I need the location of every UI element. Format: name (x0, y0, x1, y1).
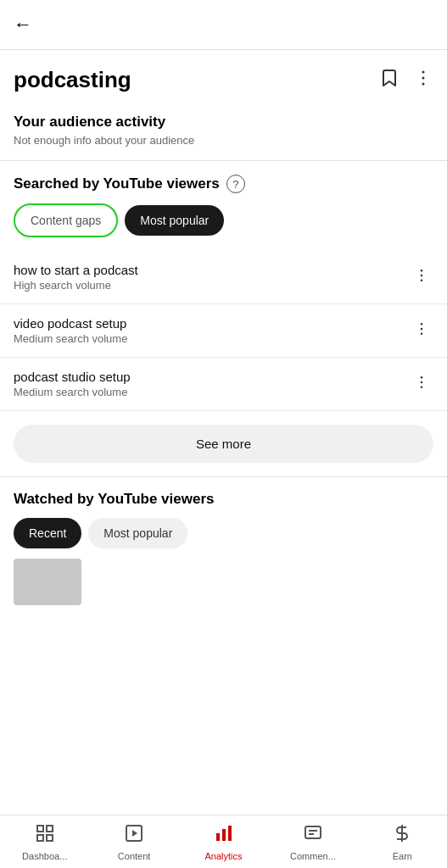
nav-dashboard-label: Dashboa... (22, 851, 67, 861)
search-item-title-3: podcast studio setup (14, 370, 131, 384)
search-item-subtitle-1: High search volume (14, 279, 138, 292)
bookmark-icon[interactable] (379, 68, 400, 92)
play-icon (124, 823, 144, 849)
bottom-nav: Dashboa... Content Analytics Commen... (0, 815, 447, 868)
svg-rect-18 (216, 833, 220, 841)
search-item: how to start a podcast High search volum… (0, 251, 447, 304)
tab-content-gaps[interactable]: Content gaps (14, 203, 118, 237)
item-more-icon-2[interactable] (410, 317, 433, 345)
search-items-list: how to start a podcast High search volum… (0, 251, 447, 411)
page-title-row: podcasting (0, 50, 447, 100)
nav-earn[interactable]: Earn (358, 818, 447, 866)
nav-earn-label: Earn (393, 851, 412, 861)
svg-point-0 (422, 71, 425, 74)
svg-point-2 (422, 83, 425, 86)
svg-point-8 (421, 332, 423, 335)
grid-icon (35, 823, 55, 849)
nav-analytics-label: Analytics (205, 851, 243, 861)
svg-rect-19 (222, 829, 226, 841)
searched-title: Searched by YouTube viewers (14, 175, 220, 192)
svg-rect-13 (47, 826, 53, 832)
svg-point-6 (421, 322, 423, 325)
search-item-title-2: video podcast setup (14, 316, 127, 331)
svg-point-3 (421, 269, 423, 271)
more-vertical-icon[interactable] (413, 68, 433, 92)
searched-header: Searched by YouTube viewers ? (0, 161, 447, 203)
search-item: video podcast setup Medium search volume (0, 304, 447, 358)
search-item-subtitle-2: Medium search volume (14, 332, 127, 345)
search-item-subtitle-3: Medium search volume (14, 386, 131, 398)
nav-content[interactable]: Content (89, 818, 178, 866)
bar-chart-icon (214, 823, 234, 849)
title-icons (379, 68, 433, 92)
nav-dashboard[interactable]: Dashboa... (0, 818, 89, 866)
svg-point-11 (421, 386, 423, 388)
comment-icon (303, 823, 323, 849)
search-item-title-1: how to start a podcast (14, 263, 138, 277)
thumbnail-image (14, 559, 81, 605)
audience-title: Your audience activity (14, 114, 433, 131)
item-more-icon-1[interactable] (410, 264, 433, 292)
svg-rect-14 (37, 835, 43, 841)
nav-content-label: Content (118, 851, 151, 861)
svg-point-10 (421, 381, 423, 383)
audience-section: Your audience activity Not enough info a… (0, 100, 447, 160)
back-button[interactable]: ← (14, 10, 39, 39)
svg-rect-20 (228, 826, 232, 841)
nav-comments-label: Commen... (290, 851, 336, 861)
page-title: podcasting (14, 67, 131, 93)
dollar-icon (392, 823, 412, 849)
tabs-row: Content gaps Most popular (0, 203, 447, 251)
tab-most-popular[interactable]: Most popular (125, 205, 224, 236)
item-more-icon-3[interactable] (410, 370, 433, 398)
see-more-button[interactable]: See more (14, 425, 433, 463)
tab-recent[interactable]: Recent (14, 518, 81, 548)
svg-point-5 (421, 279, 423, 281)
search-item: podcast studio setup Medium search volum… (0, 358, 447, 411)
nav-comments[interactable]: Commen... (268, 818, 357, 866)
tab-most-popular-watched[interactable]: Most popular (88, 518, 187, 548)
watched-tabs: Recent Most popular (14, 518, 433, 548)
svg-rect-21 (305, 826, 321, 838)
svg-rect-12 (37, 826, 43, 832)
svg-rect-15 (47, 835, 53, 841)
svg-point-9 (421, 376, 423, 378)
watched-section: Watched by YouTube viewers Recent Most p… (0, 477, 447, 605)
audience-subtitle: Not enough info about your audience (14, 134, 433, 147)
watched-title: Watched by YouTube viewers (14, 491, 433, 508)
svg-marker-17 (132, 830, 137, 837)
svg-point-7 (421, 327, 423, 330)
svg-point-1 (422, 77, 425, 80)
header: ← (0, 0, 447, 50)
svg-point-4 (421, 274, 423, 276)
help-icon[interactable]: ? (226, 175, 245, 193)
nav-analytics[interactable]: Analytics (179, 818, 268, 866)
